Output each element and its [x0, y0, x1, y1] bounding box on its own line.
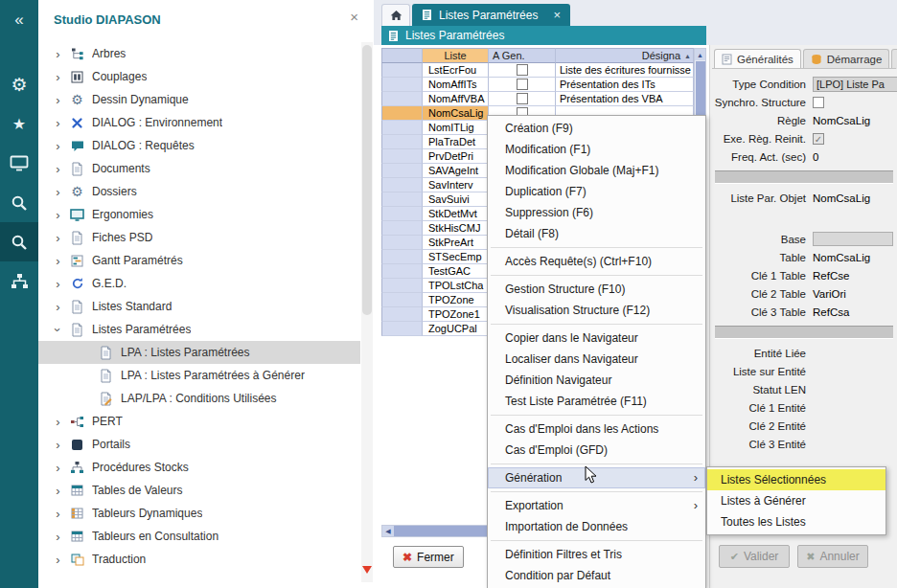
- tree-item-tableurs-en-consultation[interactable]: ›Tableurs en Consultation: [38, 525, 360, 548]
- row-selector[interactable]: [381, 279, 423, 293]
- chevron-collapsed-icon[interactable]: ›: [52, 139, 64, 153]
- row-selector[interactable]: [381, 221, 423, 236]
- collapse-icon[interactable]: «: [0, 0, 38, 38]
- menu-item-cas-d-emploi-dans-les-actions[interactable]: Cas d'Emploi dans les Actions: [488, 418, 705, 440]
- tree-item-pert[interactable]: ›PERT: [38, 410, 360, 433]
- chevron-collapsed-icon[interactable]: ›: [52, 93, 64, 107]
- row-selector[interactable]: [381, 135, 423, 149]
- tab-listes-parametrees[interactable]: Listes Paramétrées ×: [412, 4, 570, 26]
- chevron-collapsed-icon[interactable]: ›: [52, 47, 64, 61]
- chevron-collapsed-icon[interactable]: ›: [52, 415, 64, 429]
- row-selector[interactable]: [381, 178, 423, 192]
- table-row[interactable]: LstEcrFouListe des écritures fournisse: [381, 63, 694, 78]
- menu-item-exportation[interactable]: Exportation›: [488, 495, 705, 516]
- tab-generalites[interactable]: Généralités: [714, 49, 801, 69]
- menu-item-localiser-dans-navigateur[interactable]: Localiser dans Navigateur: [488, 349, 705, 370]
- table-row[interactable]: NomAffITsPrésentation des ITs: [381, 78, 694, 92]
- row-selector[interactable]: [381, 121, 423, 135]
- chevron-collapsed-icon[interactable]: ›: [52, 461, 64, 475]
- menu-item-acc-s-requ-te-s-ctrl-f10[interactable]: Accès Requête(s) (Ctrl+F10): [488, 251, 705, 272]
- tree-item-dialog-requ-tes[interactable]: ›DIALOG : Requêtes: [38, 134, 360, 157]
- submenu-item-listes-g-n-rer[interactable]: Listes à Générer: [707, 490, 886, 511]
- header-selector[interactable]: [381, 48, 423, 63]
- tab-close-icon[interactable]: ×: [553, 8, 561, 22]
- row-selector[interactable]: [381, 207, 423, 221]
- tree-item-tableurs-dynamiques[interactable]: ›Tableurs Dynamiques: [38, 502, 360, 525]
- tree-scrollbar[interactable]: [361, 42, 373, 582]
- row-selector[interactable]: [381, 63, 423, 78]
- tree-item-portails[interactable]: ›Portails: [38, 433, 360, 456]
- tree-item-gantt-param-tr-s[interactable]: ›Gantt Paramétrés: [38, 249, 360, 272]
- menu-item-test-liste-param-tr-e-f11[interactable]: Test Liste Paramétrée (F11): [488, 391, 705, 412]
- chevron-collapsed-icon[interactable]: ›: [52, 208, 64, 222]
- submenu-item-listes-s-lectionn-es[interactable]: Listes Sélectionnées: [707, 469, 886, 490]
- nav-monitor-icon[interactable]: [0, 144, 38, 183]
- row-selector[interactable]: [381, 78, 423, 92]
- scroll-up-icon[interactable]: ▲: [695, 49, 705, 60]
- menu-item-duplication-f7[interactable]: Duplication (F7): [488, 181, 705, 202]
- field-value-dropdown[interactable]: [LPO] Liste Pa: [813, 77, 897, 92]
- tree-item-listes-standard[interactable]: ›Listes Standard: [38, 295, 360, 318]
- nav-gear-icon[interactable]: ⚙: [0, 65, 38, 104]
- row-selector[interactable]: [381, 264, 423, 279]
- chevron-collapsed-icon[interactable]: ›: [52, 553, 64, 567]
- tree-item-lap-lpa-conditions-utilis-es[interactable]: LAP/LPA : Conditions Utilisées: [38, 387, 360, 410]
- nav-hierarchy-icon[interactable]: [0, 261, 38, 301]
- chevron-collapsed-icon[interactable]: ›: [52, 438, 64, 452]
- row-selector[interactable]: [381, 164, 423, 178]
- table-row[interactable]: NomAffVBAPrésentation des VBA: [381, 92, 694, 106]
- header-agen[interactable]: A Gen.: [489, 48, 556, 63]
- tree-item-dessin-dynamique[interactable]: ›⚙Dessin Dynamique: [38, 88, 360, 111]
- tab-demarrage[interactable]: Démarrage: [803, 49, 890, 69]
- tree-item-lpa-listes-param-tr-es[interactable]: LPA : Listes Paramétrées: [38, 341, 360, 364]
- agen-checkbox[interactable]: [517, 93, 528, 104]
- menu-item-visualisation-structure-f12[interactable]: Visualisation Structure (F12): [488, 300, 705, 321]
- nav-search-icon[interactable]: [0, 183, 38, 222]
- menu-item-modification-globale-maj-f1[interactable]: Modification Globale (Maj+F1): [488, 160, 705, 181]
- row-selector[interactable]: [381, 149, 423, 164]
- menu-item-modification-f1[interactable]: Modification (F1): [488, 139, 705, 160]
- menu-item-cr-ation-f9[interactable]: Création (F9): [488, 118, 705, 139]
- tree-item-g-e-d[interactable]: ›G.E.D.: [38, 272, 360, 295]
- field-checkbox[interactable]: ✓: [813, 133, 824, 145]
- chevron-collapsed-icon[interactable]: ›: [52, 254, 64, 268]
- row-selector[interactable]: [381, 307, 423, 322]
- nav-star-icon[interactable]: ★: [0, 104, 38, 144]
- chevron-collapsed-icon[interactable]: ›: [52, 70, 64, 84]
- tree-item-couplages[interactable]: ›Couplages: [38, 65, 360, 88]
- chevron-collapsed-icon[interactable]: ›: [52, 185, 64, 199]
- menu-item-cas-d-emploi-gfd[interactable]: Cas d'Emploi (GFD): [488, 440, 705, 461]
- nav-search2-icon[interactable]: [0, 222, 38, 261]
- tree-item-lpa-listes-param-tr-es-g-n-rer[interactable]: LPA : Listes Paramétrées à Générer: [38, 364, 360, 387]
- chevron-expanded-icon[interactable]: ›: [51, 324, 65, 336]
- tree-item-proc-dures-stocks[interactable]: ›Procédures Stocks: [38, 456, 360, 479]
- scroll-left-icon[interactable]: ◀: [382, 526, 394, 536]
- tab-partial[interactable]: D: [891, 49, 897, 69]
- row-selector[interactable]: [381, 293, 423, 307]
- chevron-collapsed-icon[interactable]: ›: [52, 277, 64, 291]
- field-checkbox[interactable]: [813, 97, 824, 108]
- menu-item-suppression-f6[interactable]: Suppression (F6): [488, 202, 705, 223]
- tree-item-listes-param-tr-es[interactable]: ›Listes Paramétrées: [38, 318, 360, 341]
- valider-button[interactable]: ✔ Valider: [719, 545, 790, 568]
- tree-item-dialog-environnement[interactable]: ›DIALOG : Environnement: [38, 111, 360, 134]
- tree-item-ergonomies[interactable]: ›Ergonomies: [38, 203, 360, 226]
- chevron-collapsed-icon[interactable]: ›: [52, 507, 64, 521]
- row-selector[interactable]: [381, 106, 423, 121]
- close-icon[interactable]: ×: [350, 9, 358, 25]
- menu-item-condition-par-d-faut[interactable]: Condition par Défaut: [488, 565, 705, 586]
- tree-item-dossiers[interactable]: ›⚙Dossiers: [38, 180, 360, 203]
- menu-item-importation-de-donn-es[interactable]: Importation de Données: [488, 516, 705, 537]
- tree-item-fiches-psd[interactable]: ›Fiches PSD: [38, 226, 360, 249]
- header-liste[interactable]: Liste: [423, 48, 489, 63]
- tree-item-tables-de-valeurs[interactable]: ›Tables de Valeurs: [38, 479, 360, 502]
- agen-checkbox[interactable]: [517, 64, 528, 76]
- tree-scrollbar-thumb[interactable]: [362, 45, 372, 315]
- chevron-collapsed-icon[interactable]: ›: [52, 162, 64, 176]
- row-selector[interactable]: [381, 236, 423, 250]
- menu-item-d-finition-filtres-et-tris[interactable]: Définition Filtres et Tris: [488, 544, 705, 565]
- menu-item-copier-dans-le-navigateur[interactable]: Copier dans le Navigateur: [488, 328, 705, 349]
- tree-item-traduction[interactable]: ›Traduction: [38, 548, 360, 571]
- row-selector[interactable]: [381, 192, 423, 207]
- menu-item-d-tail-f8[interactable]: Détail (F8): [488, 223, 705, 244]
